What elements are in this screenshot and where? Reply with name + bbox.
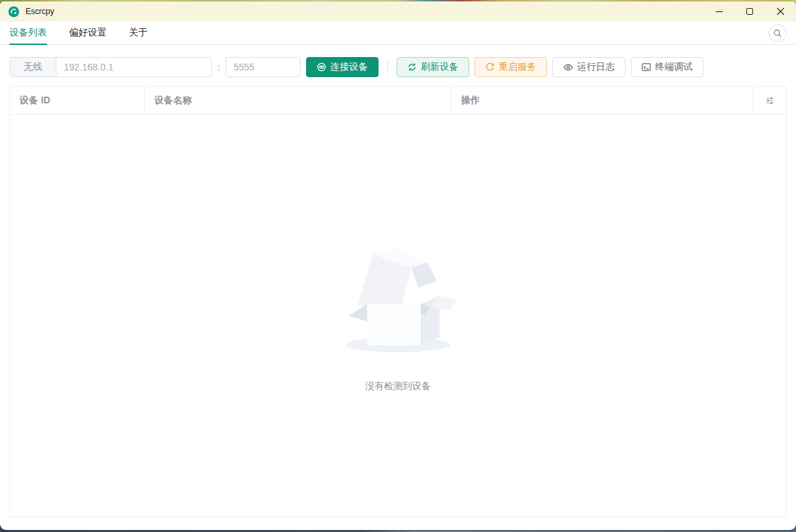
window-controls — [703, 1, 796, 21]
run-logs-button[interactable]: 运行日志 — [552, 57, 626, 77]
device-table: 设备 ID 设备名称 操作 — [9, 86, 787, 517]
titlebar[interactable]: Escrcpy — [0, 1, 796, 21]
link-icon — [317, 62, 326, 72]
search-icon — [773, 29, 782, 38]
tab-device-list[interactable]: 设备列表 — [9, 21, 47, 44]
tab-bar: 设备列表 偏好设置 关于 — [0, 21, 796, 45]
column-settings-button[interactable] — [754, 87, 786, 114]
restart-service-button[interactable]: 重启服务 — [475, 57, 547, 77]
minimize-button[interactable] — [703, 1, 734, 21]
app-window: Escrcpy 设备列表 偏好设置 关于 — [0, 1, 796, 530]
button-label: 运行日志 — [577, 61, 615, 73]
tab-preferences[interactable]: 偏好设置 — [69, 21, 107, 44]
button-label: 重启服务 — [499, 61, 536, 73]
wireless-address-group: 无线 — [9, 57, 212, 77]
restart-icon — [485, 62, 495, 72]
minimize-icon — [715, 11, 723, 12]
empty-box-illustration — [338, 240, 458, 354]
window-title: Escrcpy — [26, 7, 54, 16]
device-table-body: 没有检测到设备 — [10, 115, 786, 517]
connect-device-button[interactable]: 连接设备 — [306, 57, 379, 77]
close-button[interactable] — [765, 1, 796, 21]
refresh-icon — [407, 62, 417, 72]
search-button[interactable] — [768, 24, 787, 42]
app-logo-icon — [8, 6, 19, 17]
refresh-devices-button[interactable]: 刷新设备 — [397, 57, 469, 77]
close-icon — [777, 7, 785, 15]
ip-address-input[interactable] — [56, 58, 211, 76]
eye-icon — [563, 62, 573, 72]
empty-state-text: 没有检测到设备 — [365, 380, 431, 392]
maximize-button[interactable] — [734, 1, 765, 21]
tab-about[interactable]: 关于 — [129, 21, 148, 44]
empty-state: 没有检测到设备 — [338, 240, 458, 392]
column-header-device-id: 设备 ID — [10, 87, 145, 114]
maximize-icon — [746, 8, 753, 15]
wireless-mode-label[interactable]: 无线 — [10, 58, 56, 76]
column-header-actions: 操作 — [452, 87, 754, 114]
column-settings-icon — [764, 95, 775, 106]
toolbar-divider — [387, 60, 388, 74]
terminal-icon — [642, 62, 651, 72]
toolbar: 无线 : 连接设备 刷新设备 — [0, 45, 796, 77]
button-label: 终端调试 — [655, 61, 693, 73]
button-label: 连接设备 — [330, 61, 368, 73]
port-input[interactable] — [226, 57, 301, 77]
column-header-device-name: 设备名称 — [145, 87, 452, 114]
device-table-header: 设备 ID 设备名称 操作 — [10, 87, 786, 115]
button-label: 刷新设备 — [421, 61, 458, 73]
port-separator: : — [217, 62, 220, 72]
terminal-debug-button[interactable]: 终端调试 — [631, 57, 703, 77]
